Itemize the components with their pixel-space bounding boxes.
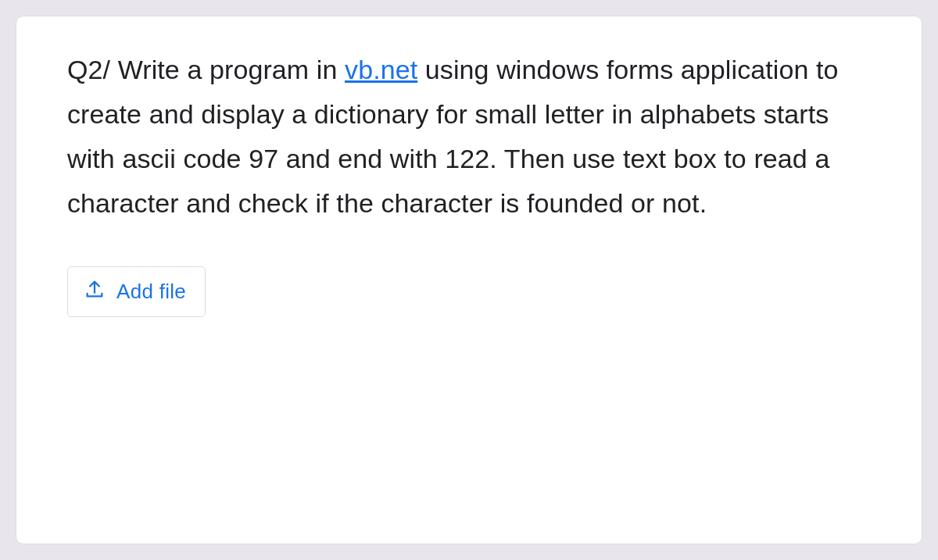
- question-card: Q2/ Write a program in vb.net using wind…: [16, 16, 922, 544]
- upload-icon: [84, 278, 106, 305]
- question-text: Q2/ Write a program in vb.net using wind…: [67, 48, 879, 226]
- add-file-label: Add file: [116, 280, 186, 304]
- question-prefix: Q2/ Write a program in: [67, 55, 345, 84]
- add-file-button[interactable]: Add file: [67, 266, 206, 317]
- vbnet-link[interactable]: vb.net: [345, 55, 417, 84]
